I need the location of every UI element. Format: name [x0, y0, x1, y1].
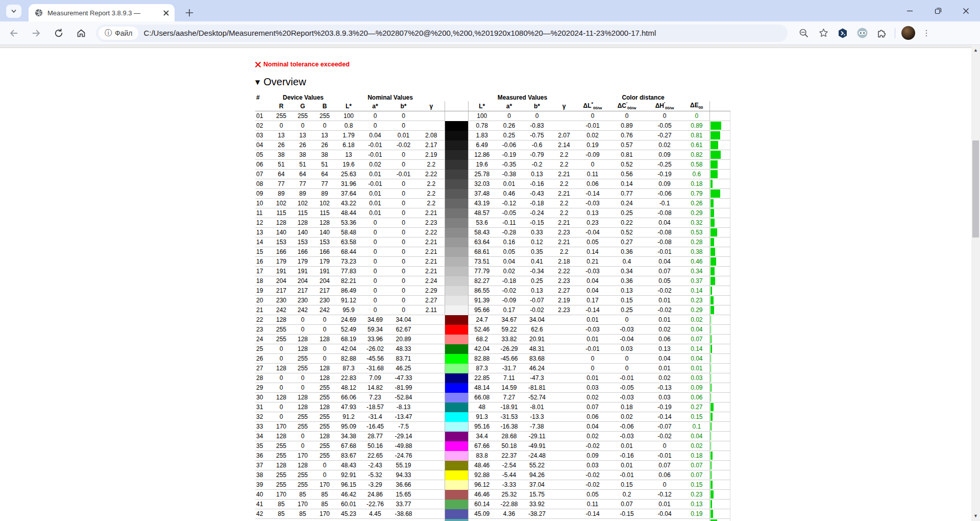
delta-h-cell: -0.01 [645, 247, 684, 257]
nominal-a-cell: 0 [361, 305, 389, 315]
delta-c-cell: -0.06 [608, 422, 645, 432]
restore-button[interactable] [924, 0, 952, 21]
tab-search-button[interactable] [6, 5, 21, 18]
reload-button[interactable] [50, 25, 67, 42]
color-swatch [445, 315, 468, 325]
delta-h-cell: -0.02 [645, 432, 684, 441]
delta-l-cell: 0.06 [577, 179, 608, 189]
bookmark-star-button[interactable] [815, 25, 831, 41]
vertical-scrollbar[interactable]: ▲ ▼ [971, 45, 980, 521]
extension-robot-icon[interactable] [854, 25, 870, 41]
nominal-l-cell: 95.9 [336, 305, 361, 315]
nominal-l-cell: 45.23 [336, 509, 361, 519]
measured-l-cell: 32.03 [468, 179, 496, 189]
delta-e-bar [710, 316, 711, 324]
measured-b-cell: -38.27 [523, 509, 551, 519]
home-button[interactable] [72, 25, 90, 42]
nominal-b-cell: 0 [389, 160, 418, 170]
delta-e-bar [710, 481, 713, 489]
file-scheme-chip[interactable]: ⓘ Файл [99, 27, 138, 40]
back-button[interactable] [5, 25, 22, 42]
nominal-l-cell: 95.09 [336, 422, 361, 432]
delta-e-cell: 0.1 [684, 422, 709, 432]
device-r-cell: 255 [271, 111, 292, 121]
extension-devtool-icon[interactable] [835, 25, 851, 41]
nominal-a-cell: 0 [361, 218, 389, 228]
measured-a-cell: 0.04 [496, 257, 523, 267]
close-window-button[interactable] [952, 0, 980, 21]
device-g-cell: 128 [292, 218, 313, 228]
device-r-cell: 128 [271, 315, 292, 325]
delta-h-cell: -0.56 [645, 519, 684, 521]
browser-tab[interactable]: Measurement Report 3.8.9.3 — [29, 4, 175, 21]
measured-l-cell: 77.79 [468, 267, 496, 276]
forward-button[interactable] [28, 25, 45, 42]
color-swatch [445, 228, 468, 238]
zoom-out-indicator-button[interactable] [796, 25, 812, 41]
device-b-cell: 153 [313, 238, 336, 247]
delta-h-cell: 0.13 [645, 344, 684, 354]
nominal-a-cell: -18.57 [361, 402, 389, 412]
scrollbar-up-arrow[interactable]: ▲ [971, 46, 980, 54]
nominal-a-cell: 0 [361, 276, 389, 286]
delta-c-cell: -0.03 [608, 432, 645, 441]
device-g-cell: 255 [292, 364, 313, 373]
scrollbar-down-arrow[interactable]: ▼ [971, 512, 980, 520]
extensions-puzzle-button[interactable] [873, 25, 890, 41]
delta-l-cell: 0.02 [577, 432, 608, 441]
nominal-a-cell: -16.99 [361, 519, 389, 521]
row-id-cell: 36 [255, 451, 271, 461]
measured-a-cell: -0.05 [496, 208, 523, 218]
delta-c-cell: 0.24 [608, 199, 645, 208]
alert-x-icon [255, 62, 261, 67]
delta-l-cell: 0.05 [577, 519, 608, 521]
measured-l-cell: 63.64 [468, 238, 496, 247]
measured-gamma-cell [551, 111, 577, 121]
minimize-button[interactable] [896, 0, 924, 21]
device-b-cell: 102 [313, 199, 336, 208]
device-b-cell: 77 [313, 179, 336, 189]
globe-favicon-icon [35, 9, 43, 17]
tab-close-button[interactable] [161, 8, 170, 17]
measured-a-cell: -0.02 [496, 286, 523, 296]
delta-e-cell: 0.23 [684, 296, 709, 305]
device-b-cell: 170 [313, 519, 336, 521]
table-row: 1719119119177.83002.2177.790.02-0.342.22… [255, 267, 730, 276]
section-title: Overview [263, 76, 306, 88]
delta-e-bar [710, 296, 714, 304]
delta-e-bar-cell [709, 354, 730, 364]
measured-l-cell: 0.78 [468, 121, 496, 131]
nominal-l-cell: 83.67 [336, 451, 361, 461]
url-bar[interactable]: ⓘ Файл C:/Users/aashe/Desktop/Measuremen… [96, 25, 788, 42]
nominal-gamma-cell: 2.2 [418, 189, 445, 199]
measured-l-cell: 91.3 [468, 412, 496, 422]
delta-e-bar-cell [709, 131, 730, 140]
device-r-cell: 191 [271, 267, 292, 276]
delta-h-cell: -0.08 [645, 208, 684, 218]
delta-e-bar [710, 335, 712, 343]
profile-avatar[interactable] [901, 26, 915, 40]
delta-c-cell: -0.15 [608, 509, 645, 519]
delta-e-bar [710, 393, 711, 401]
delta-c-cell: 0.76 [608, 131, 645, 140]
scrollbar-thumb[interactable] [972, 140, 979, 238]
device-g-cell: 0 [292, 441, 313, 451]
measured-l-cell: 83.8 [468, 451, 496, 461]
nominal-a-cell: 0 [361, 267, 389, 276]
url-text: C:/Users/aashe/Desktop/Measurement%20Rep… [143, 29, 656, 37]
measured-l-cell: 53.6 [468, 218, 496, 228]
measured-b-cell: -81.81 [523, 383, 551, 393]
row-id-cell: 26 [255, 354, 271, 364]
measured-a-cell: -17.22 [496, 519, 523, 521]
delta-e-bar [710, 413, 713, 421]
overview-section-header[interactable]: ▼ Overview [255, 76, 735, 88]
collapse-triangle-icon: ▼ [255, 79, 260, 86]
nominal-b-cell: 83.71 [389, 354, 418, 364]
device-b-cell: 85 [313, 490, 336, 500]
delta-l-cell: 0.04 [577, 422, 608, 432]
menu-kebab-button[interactable]: ⋮ [918, 25, 935, 41]
device-b-cell: 255 [313, 451, 336, 461]
new-tab-button[interactable] [182, 5, 197, 20]
measured-l-cell: 22.85 [468, 373, 496, 383]
nominal-gamma-cell [418, 519, 445, 521]
